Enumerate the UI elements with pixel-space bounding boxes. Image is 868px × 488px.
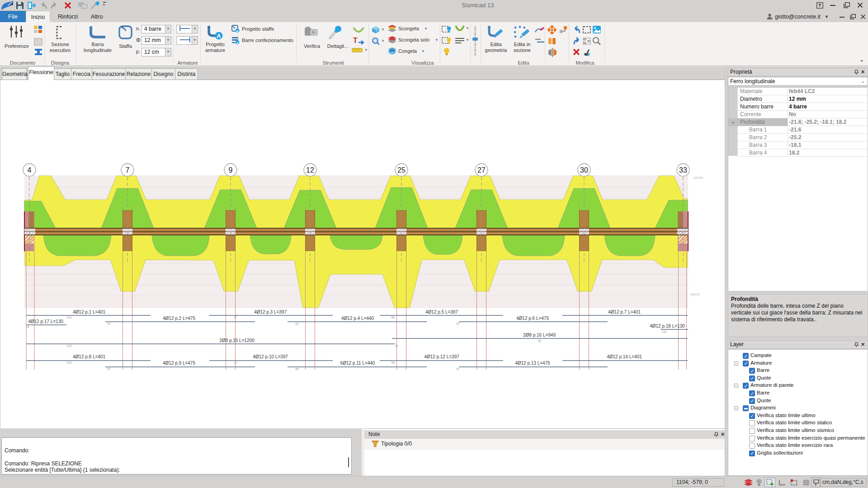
- svg-text:-M/900: -M/900: [693, 176, 703, 179]
- svg-text:4: 4: [28, 166, 32, 174]
- svg-text:4Ø12 p.9 L=475: 4Ø12 p.9 L=475: [163, 361, 195, 366]
- svg-text:57: 57: [456, 322, 460, 325]
- svg-text:4Ø12 p.18 L=130: 4Ø12 p.18 L=130: [650, 324, 685, 328]
- svg-text:4Ø12 p.10 L=397: 4Ø12 p.10 L=397: [253, 354, 288, 359]
- svg-text:25: 25: [397, 166, 406, 174]
- svg-text:4Ø12 p.13 L=475: 4Ø12 p.13 L=475: [515, 361, 550, 366]
- svg-text:61: 61: [295, 322, 299, 325]
- svg-text:4Ø12 p.5 L=397: 4Ø12 p.5 L=397: [425, 310, 458, 314]
- svg-text:4Ø12 p.1 L=401: 4Ø12 p.1 L=401: [73, 310, 105, 314]
- svg-text:57: 57: [456, 367, 460, 371]
- svg-text:55: 55: [391, 361, 395, 364]
- svg-text:T: T: [353, 37, 358, 44]
- svg-text:2Ø8 p.16 L=949: 2Ø8 p.16 L=949: [523, 333, 556, 338]
- svg-text:57: 57: [107, 322, 111, 325]
- svg-text:30: 30: [580, 166, 588, 174]
- svg-text:4Ø12 p.17 L=130: 4Ø12 p.17 L=130: [28, 319, 63, 324]
- svg-text:27: 27: [477, 166, 486, 174]
- svg-text:4Ø12 p.14 L=401: 4Ø12 p.14 L=401: [607, 354, 642, 359]
- svg-text:314: 314: [67, 344, 72, 347]
- svg-text:87: 87: [107, 367, 111, 371]
- svg-text:313: 313: [67, 361, 72, 364]
- svg-text:213: 213: [67, 316, 72, 319]
- svg-text:4Ø12 p.8 L=401: 4Ø12 p.8 L=401: [73, 354, 105, 359]
- svg-text:12: 12: [306, 166, 314, 174]
- svg-text:97: 97: [234, 361, 237, 364]
- svg-text:9: 9: [229, 166, 233, 174]
- svg-text:25: 25: [538, 339, 541, 343]
- svg-text:630/22: 630/22: [690, 293, 700, 296]
- svg-text:33: 33: [679, 166, 687, 174]
- svg-text:100: 100: [662, 330, 667, 333]
- svg-text:4Ø12 p.4 L=440: 4Ø12 p.4 L=440: [341, 316, 374, 321]
- svg-text:A: A: [217, 33, 221, 39]
- svg-text:4Ø12 p.2 L=475: 4Ø12 p.2 L=475: [163, 316, 195, 321]
- svg-text:2Ø8 p.15 L=1200: 2Ø8 p.15 L=1200: [219, 338, 255, 343]
- svg-text:57: 57: [234, 316, 237, 319]
- svg-text:24: 24: [26, 325, 29, 328]
- svg-text:29: 29: [395, 344, 398, 347]
- svg-text:7: 7: [126, 166, 130, 174]
- svg-text:4Ø12 p.12 L=397: 4Ø12 p.12 L=397: [424, 354, 459, 359]
- svg-text:55: 55: [391, 316, 395, 319]
- svg-text:4Ø12 p.3 L=397: 4Ø12 p.3 L=397: [254, 310, 287, 314]
- svg-text:65: 65: [295, 367, 299, 371]
- svg-text:A: A: [236, 29, 239, 33]
- svg-text:4Ø12 p.6 L=475: 4Ø12 p.6 L=475: [516, 316, 549, 321]
- svg-text:6Ø12 p.11 L=440: 6Ø12 p.11 L=440: [340, 361, 375, 366]
- svg-text:4Ø12 p.7 L=401: 4Ø12 p.7 L=401: [608, 310, 641, 314]
